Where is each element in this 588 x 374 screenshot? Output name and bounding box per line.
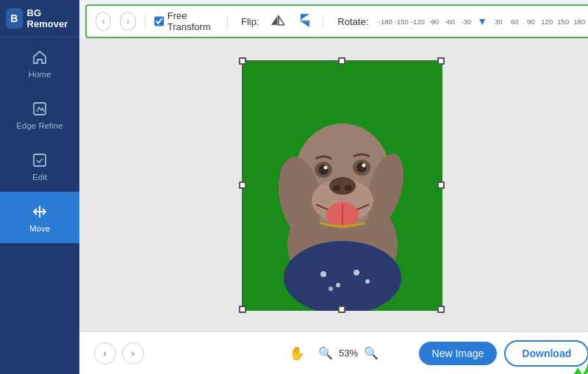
rotate-zero: ▼ bbox=[474, 15, 490, 27]
rotate-minus60: -60 bbox=[442, 18, 458, 26]
rotate-minus120: -120 bbox=[409, 18, 426, 26]
bottom-actions: New Image Download bbox=[419, 340, 588, 367]
sidebar-item-edit-label: Edit bbox=[32, 173, 47, 181]
flip-horizontal-button[interactable] bbox=[268, 13, 287, 30]
toolbar: ‹ › Free Transform Flip: Rotate: bbox=[85, 4, 588, 38]
free-transform-checkbox[interactable] bbox=[154, 16, 164, 26]
bottom-bar: ‹ › ✋ 🔍 53% 🔍 New Image Download bbox=[79, 331, 588, 374]
sidebar-item-edge-refine[interactable]: Edge Refine bbox=[0, 89, 79, 140]
zoom-out-icon[interactable]: 🔍 bbox=[318, 346, 333, 360]
dog-image bbox=[243, 61, 442, 311]
free-transform-label: Free Transform bbox=[168, 10, 218, 32]
zoom-value: 53% bbox=[339, 348, 358, 359]
svg-marker-2 bbox=[271, 16, 277, 25]
canvas-area bbox=[79, 38, 588, 331]
sidebar-item-move[interactable]: Move bbox=[0, 192, 79, 243]
svg-point-11 bbox=[320, 271, 326, 277]
forward-button[interactable]: › bbox=[120, 12, 135, 31]
svg-rect-1 bbox=[34, 154, 46, 166]
sidebar: B BG Remover Home Edge Refine Edit bbox=[0, 0, 79, 374]
next-button[interactable]: › bbox=[122, 342, 144, 364]
home-icon bbox=[30, 48, 49, 67]
rotate-minus30: -30 bbox=[458, 18, 474, 26]
svg-point-31 bbox=[362, 163, 365, 167]
free-transform-checkbox-label[interactable]: Free Transform bbox=[154, 10, 218, 32]
svg-point-23 bbox=[345, 185, 352, 191]
handle-mid-left[interactable] bbox=[239, 181, 246, 189]
rotate-label: Rotate: bbox=[337, 16, 368, 27]
rotate-30: 30 bbox=[490, 18, 506, 26]
svg-point-12 bbox=[336, 283, 340, 287]
svg-point-28 bbox=[323, 165, 327, 169]
zoom-controls: ✋ 🔍 53% 🔍 bbox=[289, 345, 379, 362]
rotate-120: 120 bbox=[539, 18, 555, 26]
svg-point-21 bbox=[329, 177, 356, 195]
edge-refine-icon bbox=[30, 99, 49, 118]
logo-icon: B bbox=[6, 8, 23, 29]
rotate-minus90: -90 bbox=[426, 18, 442, 26]
toolbar-separator-2 bbox=[227, 14, 228, 29]
rotate-150: 150 bbox=[555, 18, 571, 26]
download-arrow bbox=[556, 350, 588, 375]
image-canvas[interactable] bbox=[242, 60, 442, 310]
svg-marker-4 bbox=[279, 16, 284, 25]
rotate-minus180: -180 bbox=[377, 18, 393, 26]
zoom-in-icon[interactable]: 🔍 bbox=[364, 346, 379, 360]
rotate-90: 90 bbox=[523, 18, 539, 26]
main-content: ‹ › Free Transform Flip: Rotate: bbox=[79, 0, 588, 374]
toolbar-separator-3 bbox=[323, 14, 323, 29]
prev-button[interactable]: ‹ bbox=[94, 342, 116, 364]
sidebar-item-home[interactable]: Home bbox=[0, 37, 79, 89]
edit-icon bbox=[30, 151, 49, 170]
svg-point-27 bbox=[318, 165, 329, 175]
handle-bottom-mid[interactable] bbox=[338, 306, 345, 313]
handle-top-mid[interactable] bbox=[338, 57, 345, 65]
svg-point-15 bbox=[329, 287, 333, 291]
move-icon bbox=[30, 202, 49, 221]
rotate-scale: -180 -150 -120 -90 -60 -30 ▼ 30 60 90 12… bbox=[377, 15, 587, 27]
svg-point-30 bbox=[356, 162, 367, 173]
back-button[interactable]: ‹ bbox=[96, 12, 111, 31]
sidebar-item-move-label: Move bbox=[29, 224, 50, 233]
svg-point-14 bbox=[365, 279, 370, 284]
new-image-button[interactable]: New Image bbox=[419, 342, 498, 365]
zoom-hand-icon[interactable]: ✋ bbox=[289, 345, 305, 362]
svg-point-22 bbox=[333, 185, 340, 191]
app-logo: B BG Remover bbox=[0, 0, 79, 37]
handle-top-left[interactable] bbox=[239, 57, 246, 65]
rotate-60: 60 bbox=[506, 18, 523, 26]
rotate-minus150: -150 bbox=[393, 18, 409, 26]
svg-marker-5 bbox=[301, 14, 309, 20]
flip-label: Flip: bbox=[241, 16, 259, 27]
flip-vertical-button[interactable] bbox=[296, 12, 314, 31]
app-name: BG Remover bbox=[27, 7, 74, 29]
sidebar-item-edit[interactable]: Edit bbox=[0, 140, 79, 192]
toolbar-separator-1 bbox=[145, 14, 146, 29]
svg-point-13 bbox=[354, 270, 359, 276]
svg-marker-7 bbox=[301, 21, 309, 27]
rotate-180: 180 bbox=[571, 18, 587, 26]
handle-bottom-left[interactable] bbox=[239, 306, 246, 313]
handle-top-right[interactable] bbox=[437, 57, 445, 65]
handle-bottom-right[interactable] bbox=[437, 306, 445, 313]
handle-mid-right[interactable] bbox=[437, 181, 445, 189]
bottom-nav-buttons: ‹ › bbox=[94, 342, 144, 364]
sidebar-item-home-label: Home bbox=[29, 70, 51, 79]
sidebar-item-edge-refine-label: Edge Refine bbox=[16, 121, 62, 130]
